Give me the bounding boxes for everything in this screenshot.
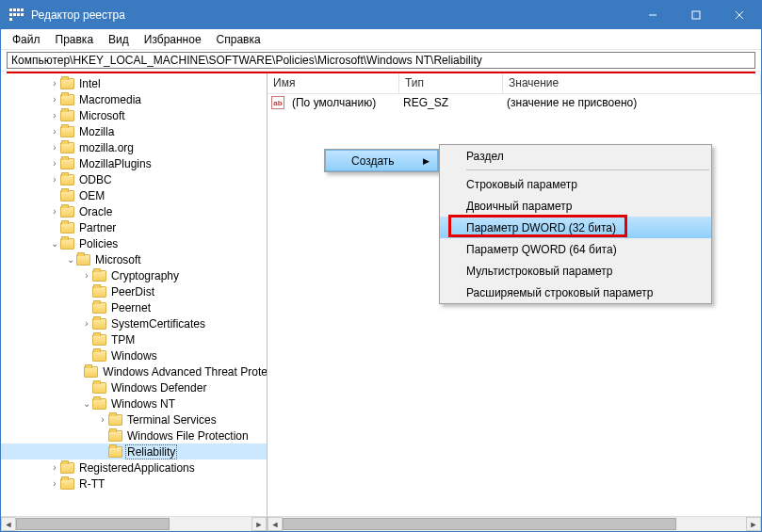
folder-icon [60, 478, 74, 490]
tree-item[interactable]: ›RegisteredApplications [1, 459, 267, 476]
submenu-item[interactable]: Двоичный параметр [440, 195, 711, 217]
folder-icon [60, 110, 74, 121]
tree-item[interactable]: ⌄Microsoft [1, 251, 267, 267]
tree-item[interactable]: ›Macromedia [1, 91, 267, 107]
chevron-right-icon[interactable]: › [49, 94, 60, 105]
tree-item[interactable]: ›ODBC [1, 171, 267, 187]
scroll-left-icon[interactable]: ◄ [1, 517, 16, 531]
tree-item-label: R-TT [77, 477, 106, 491]
col-type[interactable]: Тип [399, 73, 503, 93]
tree-item[interactable]: ›Windows Defender [1, 379, 267, 395]
tree-item[interactable]: ›MozillaPlugins [1, 155, 267, 171]
tree-hscroll[interactable]: ◄ ► [1, 516, 267, 531]
chevron-right-icon[interactable]: › [49, 126, 60, 137]
tree-item[interactable]: ⌄Policies [1, 235, 267, 251]
menu-view[interactable]: Вид [101, 31, 137, 48]
chevron-right-icon[interactable]: › [81, 318, 92, 329]
scroll-right-icon[interactable]: ► [746, 517, 761, 531]
list-row[interactable]: ab (По умолчанию) REG_SZ (значение не пр… [268, 94, 761, 111]
tree-item[interactable]: ›Windows [1, 347, 267, 363]
folder-icon [84, 366, 98, 378]
tree-item[interactable]: ›Cryptography [1, 267, 267, 283]
value-type: REG_SZ [397, 96, 501, 109]
chevron-right-icon[interactable]: › [81, 270, 92, 281]
menu-file[interactable]: Файл [5, 31, 48, 48]
menu-help[interactable]: Справка [209, 31, 268, 48]
tree-item-label: Reliability [125, 444, 177, 459]
maximize-button[interactable] [674, 1, 718, 29]
menu-favorites[interactable]: Избранное [137, 31, 209, 48]
tree-item[interactable]: ›OEM [1, 187, 267, 203]
cm-create[interactable]: Создать ▶ [325, 150, 438, 171]
tree-item[interactable]: ›SystemCertificates [1, 315, 267, 331]
chevron-right-icon[interactable]: › [49, 206, 60, 217]
chevron-right-icon[interactable]: › [49, 478, 60, 489]
tree-item[interactable]: ›Peernet [1, 299, 267, 315]
chevron-down-icon[interactable]: ⌄ [81, 398, 92, 409]
window-title: Редактор реестра [31, 8, 631, 22]
tree-item[interactable]: ›Windows File Protection [1, 427, 267, 443]
tree-item-label: Oracle [77, 205, 114, 218]
list-hscroll[interactable]: ◄ ► [268, 516, 761, 531]
chevron-down-icon[interactable]: ⌄ [65, 254, 76, 265]
folder-icon [108, 414, 122, 426]
tree-item-label: Mozilla [77, 125, 116, 138]
col-name[interactable]: Имя [268, 73, 399, 93]
tree-item[interactable]: ⌄Windows NT [1, 395, 267, 411]
submenu-item[interactable]: Параметр DWORD (32 бита) [440, 217, 711, 238]
chevron-right-icon[interactable]: › [49, 78, 60, 89]
submenu-item[interactable]: Мультистроковый параметр [440, 260, 711, 282]
list-pane: Имя Тип Значение ab (По умолчанию) REG_S… [268, 73, 761, 531]
col-value[interactable]: Значение [503, 73, 761, 93]
folder-icon [92, 398, 106, 410]
folder-icon [60, 174, 74, 185]
tree-item[interactable]: ›Windows Advanced Threat Protection [1, 363, 267, 379]
chevron-right-icon[interactable]: › [49, 110, 60, 121]
submenu-item[interactable]: Строковый параметр [440, 173, 711, 195]
tree-item[interactable]: ›Terminal Services [1, 411, 267, 427]
folder-icon [108, 446, 122, 458]
address-input[interactable]: Компьютер\HKEY_LOCAL_MACHINE\SOFTWARE\Po… [7, 52, 755, 69]
tree-item[interactable]: ›Mozilla [1, 123, 267, 139]
scroll-right-icon[interactable]: ► [251, 517, 267, 531]
submenu-item[interactable]: Параметр QWORD (64 бита) [440, 238, 711, 260]
tree-item[interactable]: ›Reliability [1, 443, 267, 459]
folder-icon [92, 302, 106, 314]
menu-edit[interactable]: Правка [48, 31, 102, 48]
tree-item[interactable]: ›TPM [1, 331, 267, 347]
titlebar: Редактор реестра [1, 1, 761, 29]
tree-item[interactable]: ›R-TT [1, 476, 267, 492]
chevron-right-icon[interactable]: › [49, 462, 60, 473]
tree-item[interactable]: ›Intel [1, 75, 267, 91]
tree-item[interactable]: ›mozilla.org [1, 139, 267, 155]
submenu-item[interactable]: Расширяемый строковый параметр [440, 282, 711, 303]
tree-item[interactable]: ›Oracle [1, 203, 267, 219]
tree-item-label: Policies [77, 237, 120, 250]
chevron-right-icon[interactable]: › [49, 174, 60, 185]
chevron-right-icon: ▶ [423, 156, 430, 166]
tree-item-label: mozilla.org [77, 141, 136, 154]
tree-item[interactable]: ›PeerDist [1, 283, 267, 299]
folder-icon [60, 94, 74, 105]
submenu-item[interactable]: Раздел [440, 145, 711, 167]
menubar: Файл Правка Вид Избранное Справка [1, 29, 761, 50]
tree-item[interactable]: ›Microsoft [1, 107, 267, 123]
scroll-left-icon[interactable]: ◄ [268, 517, 283, 531]
tree-item-label: Microsoft [77, 109, 127, 122]
chevron-down-icon[interactable]: ⌄ [49, 238, 60, 249]
value-name: (По умолчанию) [286, 96, 397, 109]
tree-item-label: Windows [109, 349, 159, 363]
chevron-right-icon[interactable]: › [49, 158, 60, 169]
folder-icon [108, 430, 122, 442]
tree-item-label: Peernet [109, 301, 153, 314]
minimize-button[interactable] [631, 1, 674, 29]
folder-icon [60, 462, 74, 474]
chevron-right-icon[interactable]: › [49, 142, 60, 153]
addressbar: Компьютер\HKEY_LOCAL_MACHINE\SOFTWARE\Po… [1, 50, 761, 72]
tree-item[interactable]: ›Partner [1, 219, 267, 235]
close-button[interactable] [718, 1, 761, 29]
folder-icon [92, 350, 106, 362]
folder-icon [60, 190, 74, 202]
folder-icon [92, 334, 106, 346]
chevron-right-icon[interactable]: › [97, 414, 108, 425]
